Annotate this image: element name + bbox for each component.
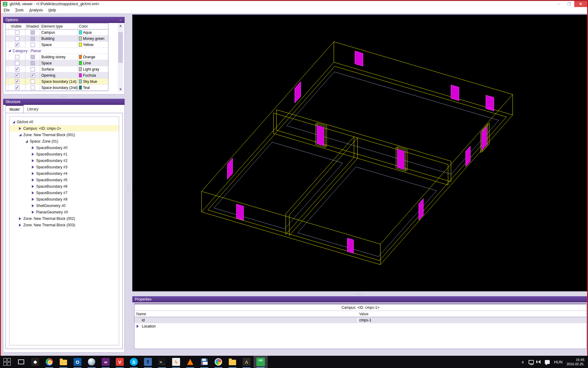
scroll-down-icon[interactable]: ∨ [118,86,123,92]
vivaldi-icon[interactable]: V [113,356,127,368]
paint-palette-icon[interactable] [211,356,225,368]
properties-panel-header[interactable]: Properties [132,296,587,302]
tree-item[interactable]: Zone: New Thermal Block (002) [9,215,119,222]
visible-checkbox[interactable] [15,43,19,47]
viewport-properties-splitter[interactable]: ..... [355,292,363,295]
visible-checkbox[interactable] [15,55,19,59]
expanded-icon[interactable] [25,140,28,143]
collapsed-icon[interactable] [32,146,34,149]
collapsed-icon[interactable] [32,172,34,175]
visible-checkbox[interactable] [15,73,19,78]
structure-panel-header[interactable]: Structure [3,99,125,105]
shaded-checkbox[interactable] [31,30,35,35]
tree-item[interactable]: SpaceBoundary #2 [9,157,119,164]
viewport-3d[interactable] [132,14,587,291]
options-structure-splitter[interactable]: ..... [60,94,67,97]
tree-item[interactable]: GbXml #0 [9,119,119,125]
property-row-id[interactable]: idcmps-1 [134,317,586,323]
shaded-checkbox[interactable] [31,67,35,71]
folders-pair-icon[interactable] [225,356,239,368]
tree-item[interactable]: Zone: New Thermal Block (003) [9,222,119,228]
options-row-space-boundary-2nd-[interactable]: Space boundary (2nd)Teal [6,85,108,91]
visible-checkbox[interactable] [15,67,19,71]
collapsed-icon[interactable] [137,325,139,328]
menu-help[interactable]: Help [46,7,59,13]
collapsed-icon[interactable] [32,211,34,214]
volume-icon[interactable] [538,360,541,364]
scrollbar-thumb[interactable] [118,32,123,63]
tree-item[interactable]: SpaceBoundary #6 [9,183,119,190]
collapsed-icon[interactable] [32,185,34,188]
tree-item[interactable]: SpaceBoundary #8 [9,196,119,202]
skype-icon[interactable]: S [127,356,141,368]
visible-checkbox[interactable] [15,79,19,84]
message-icon[interactable] [545,360,550,364]
tree-item[interactable]: Campus: <ID: cmps-1> [9,125,119,132]
shaded-checkbox[interactable] [31,79,35,84]
shaded-checkbox[interactable] [31,73,35,78]
visible-checkbox[interactable] [15,30,19,35]
options-minimize-icon[interactable]: – [119,17,122,23]
collapsed-icon[interactable] [32,153,34,156]
network-icon[interactable] [529,360,534,364]
expanded-icon[interactable] [8,49,11,52]
clock[interactable]: 15:45 2016.02.25. [567,358,584,366]
tree-item[interactable]: SpaceBoundary #0 [9,144,119,151]
collapsed-icon[interactable] [32,204,34,207]
collapsed-icon[interactable] [32,198,34,201]
options-category-row[interactable]: Category : Planar [6,48,108,54]
menu-file[interactable]: File [1,7,12,13]
tree-item[interactable]: SpaceBoundary #7 [9,190,119,196]
task-view-button[interactable] [14,356,28,368]
collapsed-icon[interactable] [32,159,34,162]
floppy-save-icon[interactable] [197,356,211,368]
options-scrollbar[interactable]: ∧ ∨ [118,23,123,92]
tray-chevron-icon[interactable]: ∧ [521,360,524,364]
gbxml-app-icon[interactable]: GB [254,356,268,368]
options-row-surface[interactable]: SurfaceLight gray [6,66,108,72]
language-indicator[interactable]: HUN [554,360,563,364]
collapsed-icon[interactable] [32,191,34,194]
tree-item[interactable]: Zone: New Thermal Block (001) [9,132,119,138]
collapsed-icon[interactable] [32,178,34,182]
outlook-icon[interactable]: O [70,356,85,368]
close-button[interactable]: ✕ [574,1,587,7]
tree-item[interactable]: SpaceBoundary #5 [9,177,119,183]
options-row-space[interactable]: SpaceYellow [6,42,108,48]
start-button[interactable] [0,356,14,368]
chrome-icon[interactable] [42,356,56,368]
tree-item[interactable]: Space: Zone (01) [9,138,119,144]
expanded-icon[interactable] [13,121,15,123]
unity-icon[interactable]: ◆ [28,356,42,368]
dark-tool-icon[interactable]: Λ [239,356,254,368]
shaded-checkbox[interactable] [31,86,35,90]
options-row-campus[interactable]: CampusAqua [6,29,108,36]
options-row-space-boundary-1st-[interactable]: Space boundary (1st)Sky blue [6,79,108,85]
file-explorer-icon[interactable] [56,356,70,368]
shaded-checkbox[interactable] [31,61,35,65]
command-prompt-icon[interactable]: >_ [155,356,169,368]
shaded-checkbox[interactable] [31,43,35,47]
scroll-up-icon[interactable]: ∧ [118,23,123,29]
menu-analysis[interactable]: Analysis [26,7,46,13]
options-row-opening[interactable]: OpeningFuchsia [6,72,108,79]
shaded-checkbox[interactable] [31,36,35,41]
collapsed-icon[interactable] [19,217,21,220]
collapsed-icon[interactable] [19,127,21,130]
options-row-space[interactable]: SpaceLime [6,60,108,66]
tab-model[interactable]: Model [6,105,24,113]
restore-button[interactable]: ❐ [564,1,574,7]
tree-item[interactable]: SpaceBoundary #4 [9,170,119,177]
visible-checkbox[interactable] [15,61,19,65]
left-right-splitter[interactable]: ..... [125,14,132,353]
options-row-building[interactable]: BuildingMoney green [6,36,108,42]
visible-checkbox[interactable] [15,36,19,41]
collapsed-icon[interactable] [19,224,21,227]
updater-arrow-icon[interactable]: ⬆ [141,356,155,368]
shaded-checkbox[interactable] [31,55,35,59]
tree-item[interactable]: SpaceBoundary #1 [9,151,119,157]
collapsed-icon[interactable] [32,166,34,169]
minimize-button[interactable]: – [553,1,564,7]
tree-item[interactable]: ShellGeometry #0 [9,202,119,209]
options-panel-header[interactable]: Options – [3,17,125,23]
